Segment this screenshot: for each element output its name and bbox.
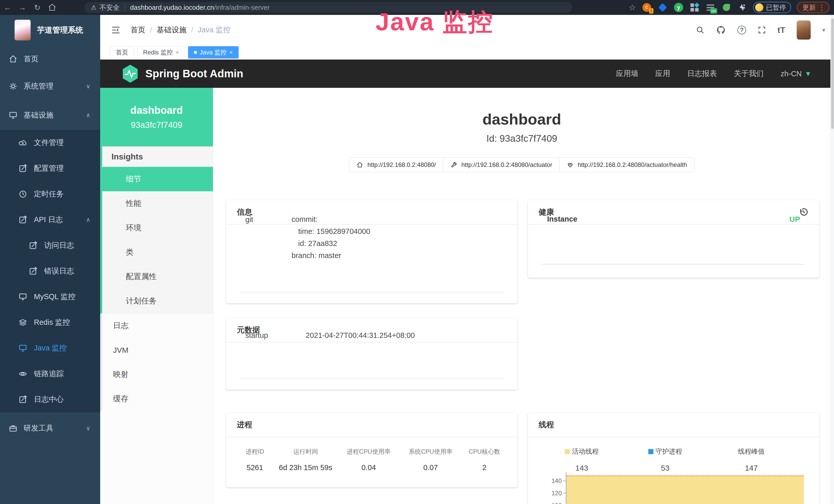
bookmark-star-icon[interactable]: ☆ <box>629 3 636 12</box>
menu-item-logs[interactable]: 日志 <box>100 314 213 338</box>
page-scrollbar[interactable] <box>830 15 834 504</box>
legend-swatch-blue <box>648 449 654 454</box>
sidebar-item-label: 研发工具 <box>24 423 53 433</box>
browser-back-icon[interactable]: ← <box>0 3 15 12</box>
browser-forward-icon[interactable]: → <box>15 3 30 12</box>
sidebar-item-home[interactable]: 首页 <box>0 46 100 72</box>
extension-icon-orange[interactable]: C 1 <box>642 2 652 13</box>
browser-update-button[interactable]: 更新 ⋮ <box>797 2 829 13</box>
tab-home[interactable]: 首页 <box>110 46 134 59</box>
sba-nav-about[interactable]: 关于我们 <box>734 69 764 79</box>
browser-menu-icon[interactable]: ⋮ <box>818 3 826 12</box>
sidebar-item-files[interactable]: 文件管理 <box>0 130 100 156</box>
insecure-warning-icon: ⚠ <box>91 4 96 11</box>
menu-item-mappings[interactable]: 映射 <box>100 362 213 387</box>
history-icon[interactable] <box>799 207 809 217</box>
extension-icon-leaf[interactable] <box>721 2 731 13</box>
sba-nav-wallboard[interactable]: 应用墙 <box>616 69 638 79</box>
metric-label: 进程ID <box>236 448 273 456</box>
metadata-row-label: startup <box>245 331 268 340</box>
instance-id-line: Id: 93a3fc7f7409 <box>213 133 830 144</box>
sidebar-item-infra[interactable]: 基础设施 ∧ <box>0 102 100 128</box>
menu-item-details[interactable]: 细节 <box>102 167 213 191</box>
git-id-line: id: 27aa832 <box>291 237 370 250</box>
instance-header[interactable]: dashboard 93a3fc7f7409 <box>100 88 213 146</box>
sidebar-item-java[interactable]: Java 监控 <box>0 335 100 361</box>
extensions-puzzle-icon[interactable] <box>737 2 747 13</box>
health-status-badge: UP <box>789 215 800 224</box>
service-url-button[interactable]: http://192.168.0.2:48080/ <box>349 157 443 172</box>
menu-item-classes[interactable]: 类 <box>102 240 213 265</box>
sba-locale-select[interactable]: zh-CN ▼ <box>781 70 811 78</box>
process-metric-cores: CPU核心数 2 <box>462 448 507 472</box>
tab-java[interactable]: Java 监控 × <box>188 46 239 59</box>
user-avatar[interactable] <box>796 20 811 40</box>
git-branch-line: branch: master <box>291 250 370 261</box>
sba-brand-title[interactable]: Spring Boot Admin <box>146 68 243 80</box>
sidebar-item-access-log[interactable]: 访问日志 <box>0 233 100 258</box>
info-card-title: 信息 <box>226 200 518 225</box>
help-icon[interactable]: ? <box>738 26 746 35</box>
sidebar-item-api-log[interactable]: API 日志 ∧ <box>0 207 100 233</box>
health-url-button[interactable]: http://192.168.0.2:48080/actuator/health <box>559 157 695 172</box>
extension-icon-grid[interactable] <box>689 2 700 13</box>
app-header: 首页 / 基础设施 / Java 监控 ? tT ▾ <box>100 15 834 45</box>
threads-card-title: 线程 <box>528 413 819 437</box>
sidebar-item-jobs[interactable]: 定时任务 <box>0 181 100 207</box>
profile-paused-chip[interactable]: 已暂停 <box>753 2 791 13</box>
instance-links: http://192.168.0.2:48080/ http://192.168… <box>213 157 830 172</box>
browser-home-icon[interactable] <box>45 3 60 12</box>
extension-icon-pin[interactable] <box>658 2 668 13</box>
info-card: 信息 git commit: time: 1596289704000 id: 2… <box>226 200 518 303</box>
breadcrumb-infra[interactable]: 基础设施 <box>157 25 186 35</box>
locale-label: zh-CN <box>781 70 802 78</box>
sidebar-toggle-icon[interactable] <box>111 25 121 35</box>
menu-item-config-props[interactable]: 配置属性 <box>102 265 213 289</box>
url-domain: dashboard.yudao.iocoder.cn <box>130 4 214 12</box>
avatar-caret-icon[interactable]: ▾ <box>822 26 825 33</box>
breadcrumb: 首页 / 基础设施 / Java 监控 <box>130 25 231 35</box>
menu-item-metrics[interactable]: 性能 <box>102 191 213 216</box>
scrollbar-thumb[interactable] <box>831 19 834 129</box>
fullscreen-icon[interactable] <box>758 26 766 35</box>
sba-nav-applications[interactable]: 应用 <box>655 69 670 79</box>
browser-reload-icon[interactable]: ↻ <box>30 3 45 12</box>
sidebar-item-redis[interactable]: Redis 监控 <box>0 310 100 335</box>
close-icon[interactable]: × <box>229 49 233 56</box>
metric-label: CPU核心数 <box>462 448 507 456</box>
home-icon <box>9 55 18 63</box>
sidebar-item-error-log[interactable]: 错误日志 <box>0 258 100 284</box>
sidebar-item-devtools[interactable]: 研发工具 ∨ <box>0 415 100 441</box>
breadcrumb-home[interactable]: 首页 <box>130 25 146 35</box>
process-metric-pid: 进程ID 5261 <box>236 448 273 472</box>
tab-redis[interactable]: Redis 监控 × <box>137 46 185 59</box>
legend-daemon-threads: 守护进程 53 <box>627 447 704 473</box>
menu-item-environment[interactable]: 环境 <box>102 216 213 240</box>
app-logo-row[interactable]: 芋道管理系统 <box>0 15 100 45</box>
close-icon[interactable]: × <box>175 49 179 56</box>
extension-icon-list[interactable]: on <box>705 2 716 13</box>
sidebar-item-trace[interactable]: 链路追踪 <box>0 361 100 387</box>
address-bar[interactable]: ⚠ 不安全 dashboard.yudao.iocoder.cn /infra/… <box>84 2 572 13</box>
sidebar-item-config[interactable]: 配置管理 <box>0 156 100 181</box>
instance-id: 93a3fc7f7409 <box>131 120 182 130</box>
menu-item-jvm[interactable]: JVM <box>100 338 213 362</box>
sidebar-item-label: 配置管理 <box>34 163 64 174</box>
sidebar-item-label: 错误日志 <box>44 266 74 276</box>
tab-label: Java 监控 <box>200 48 226 56</box>
legend-label: 线程峰值 <box>738 447 765 456</box>
sidebar-item-log-center[interactable]: 日志中心 <box>0 387 100 412</box>
sidebar-item-system[interactable]: 系统管理 ∨ <box>0 73 100 99</box>
menu-item-scheduled-tasks[interactable]: 计划任务 <box>102 289 213 313</box>
actuator-url-button[interactable]: http://192.168.0.2:48080/actuator <box>443 157 560 172</box>
extension-icon-green-y[interactable]: y <box>674 2 684 13</box>
search-icon[interactable] <box>696 26 705 35</box>
menu-item-caches[interactable]: 缓存 <box>100 387 213 411</box>
sba-nav-journal[interactable]: 日志报表 <box>687 69 717 79</box>
clock-icon <box>19 190 27 199</box>
github-icon[interactable] <box>716 25 726 35</box>
cloud-upload-icon <box>19 138 27 147</box>
metric-label: 系统CPU使用率 <box>400 448 462 456</box>
text-size-icon[interactable]: tT <box>777 25 785 35</box>
sidebar-item-mysql[interactable]: MySQL 监控 <box>0 284 100 310</box>
